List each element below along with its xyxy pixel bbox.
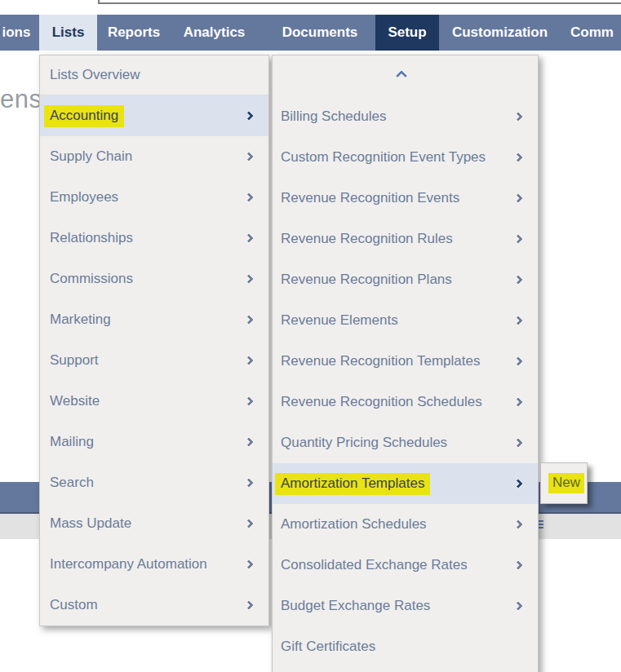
chevron-up-icon — [395, 70, 406, 82]
chevron-right-icon — [513, 193, 522, 202]
menu-item-label: Quantity Pricing Schedules — [281, 435, 447, 451]
global-search-input[interactable] — [98, 0, 621, 4]
menu-item-label: Supply Chain — [50, 148, 132, 165]
menu-item-label: Revenue Recognition Plans — [281, 272, 452, 288]
accounting-submenu: Billing Schedules Custom Recognition Eve… — [272, 55, 539, 672]
menu-item-label-highlighted: Accounting — [44, 105, 124, 127]
lists-dropdown-menu: Lists Overview Accounting Supply Chain E… — [39, 55, 269, 626]
nav-tab-transactions-partial[interactable]: ions — [0, 15, 33, 51]
menu-item-supply-chain[interactable]: Supply Chain — [40, 136, 268, 177]
menu-item-mass-update[interactable]: Mass Update — [40, 503, 268, 544]
menu-item-label: Amortization Schedules — [281, 516, 427, 533]
chevron-right-icon — [513, 479, 522, 488]
nav-tab-reports[interactable]: Reports — [97, 15, 171, 51]
chevron-right-icon — [244, 315, 253, 324]
menu-item-revenue-recognition-schedules[interactable]: Revenue Recognition Schedules — [273, 382, 538, 422]
menu-item-label: Custom Recognition Event Types — [281, 149, 486, 166]
chevron-right-icon — [513, 601, 522, 610]
menu-item-revenue-elements[interactable]: Revenue Elements — [273, 300, 538, 341]
menu-item-revenue-recognition-rules[interactable]: Revenue Recognition Rules — [273, 219, 538, 259]
menu-item-consolidated-exchange-rates[interactable]: Consolidated Exchange Rates — [273, 545, 538, 586]
menu-item-search[interactable]: Search — [40, 462, 268, 503]
chevron-right-icon — [244, 192, 253, 201]
chevron-right-icon — [513, 153, 522, 161]
chevron-right-icon — [244, 437, 253, 446]
menu-item-label: Revenue Recognition Schedules — [281, 394, 482, 410]
chevron-right-icon — [244, 152, 253, 161]
nav-tab-documents[interactable]: Documents — [266, 15, 374, 51]
menu-item-label: Intercompany Automation — [50, 556, 207, 573]
menu-item-amortization-templates[interactable]: Amortization Templates — [273, 463, 538, 504]
menu-item-label: Mailing — [50, 434, 94, 450]
menu-item-label: Relationships — [50, 230, 133, 246]
menu-item-website[interactable]: Website — [40, 381, 268, 422]
menu-item-label: Revenue Recognition Templates — [281, 353, 480, 369]
menu-item-label-highlighted: Amortization Templates — [275, 473, 430, 495]
chevron-right-icon — [513, 519, 522, 528]
chevron-right-icon — [244, 559, 253, 568]
chevron-right-icon — [244, 396, 253, 405]
menu-item-revenue-recognition-plans[interactable]: Revenue Recognition Plans — [273, 259, 538, 300]
menu-item-label: Revenue Recognition Events — [281, 190, 459, 206]
menu-item-relationships[interactable]: Relationships — [40, 218, 268, 259]
chevron-right-icon — [244, 478, 253, 487]
chevron-right-icon — [513, 275, 522, 284]
menu-item-label: Commissions — [50, 271, 133, 287]
menu-item-revenue-recognition-events[interactable]: Revenue Recognition Events — [273, 178, 538, 219]
menu-item-mailing[interactable]: Mailing — [40, 422, 268, 462]
menu-item-label: Budget Exchange Rates — [281, 598, 430, 614]
menu-item-label: Employees — [50, 189, 118, 206]
menu-item-amortization-schedules[interactable]: Amortization Schedules — [273, 504, 538, 545]
menu-item-budget-exchange-rates[interactable]: Budget Exchange Rates — [273, 586, 538, 626]
menu-item-label: Billing Schedules — [281, 108, 386, 125]
nav-tab-customization[interactable]: Customization — [439, 15, 561, 51]
chevron-right-icon — [513, 356, 522, 365]
menu-item-intercompany-automation[interactable]: Intercompany Automation — [40, 544, 268, 585]
menu-item-new[interactable]: New — [548, 473, 584, 493]
chevron-right-icon — [513, 438, 522, 447]
page-heading-partial: ens — [0, 85, 42, 114]
nav-tab-commerce-partial[interactable]: Comm — [570, 15, 621, 51]
menu-item-accounting[interactable]: Accounting — [40, 95, 268, 136]
chevron-right-icon — [244, 356, 253, 365]
menu-item-revenue-recognition-templates[interactable]: Revenue Recognition Templates — [273, 341, 538, 382]
main-nav-bar: ions Lists Reports Analytics Documents S… — [0, 15, 621, 51]
menu-item-employees[interactable]: Employees — [40, 177, 268, 218]
chevron-right-icon — [513, 234, 522, 243]
chevron-right-icon — [513, 112, 522, 121]
menu-item-commissions[interactable]: Commissions — [40, 259, 268, 299]
menu-item-label: Gift Certificates — [281, 639, 375, 655]
chevron-right-icon — [244, 519, 253, 528]
menu-item-quantity-pricing-schedules[interactable]: Quantity Pricing Schedules — [273, 422, 538, 463]
menu-item-label: Custom — [50, 597, 98, 613]
menu-item-label: Search — [50, 475, 94, 491]
menu-item-billing-schedules[interactable]: Billing Schedules — [273, 96, 538, 137]
amortization-templates-flyout: New — [540, 462, 588, 504]
menu-item-marketing[interactable]: Marketing — [40, 299, 268, 340]
nav-tab-analytics[interactable]: Analytics — [171, 15, 258, 51]
menu-item-gift-certificates[interactable]: Gift Certificates — [273, 626, 538, 667]
menu-scroll-up[interactable] — [273, 55, 538, 96]
menu-item-support[interactable]: Support — [40, 340, 268, 381]
menu-item-label: Website — [50, 393, 100, 409]
menu-item-label: Marketing — [50, 312, 111, 328]
menu-item-custom[interactable]: Custom — [40, 585, 268, 626]
menu-item-label: Mass Update — [50, 515, 131, 532]
nav-tab-setup[interactable]: Setup — [375, 15, 439, 51]
screen: ens ions Lists Reports Analytics Documen… — [0, 0, 621, 672]
menu-item-label: Revenue Recognition Rules — [281, 231, 453, 247]
chevron-right-icon — [244, 233, 253, 242]
menu-item-lists-overview[interactable]: Lists Overview — [40, 55, 268, 95]
menu-item-label: Revenue Elements — [281, 312, 398, 329]
chevron-right-icon — [244, 274, 253, 283]
nav-tab-lists[interactable]: Lists — [39, 15, 97, 51]
menu-item-label: Consolidated Exchange Rates — [281, 557, 468, 573]
menu-item-label: Lists Overview — [50, 67, 140, 83]
chevron-right-icon — [513, 316, 522, 325]
menu-item-custom-recognition-event-types[interactable]: Custom Recognition Event Types — [273, 137, 538, 178]
chevron-right-icon — [244, 111, 253, 120]
menu-item-label: Support — [50, 352, 99, 369]
chevron-right-icon — [513, 397, 522, 406]
chevron-right-icon — [244, 600, 253, 609]
chevron-right-icon — [513, 560, 522, 569]
